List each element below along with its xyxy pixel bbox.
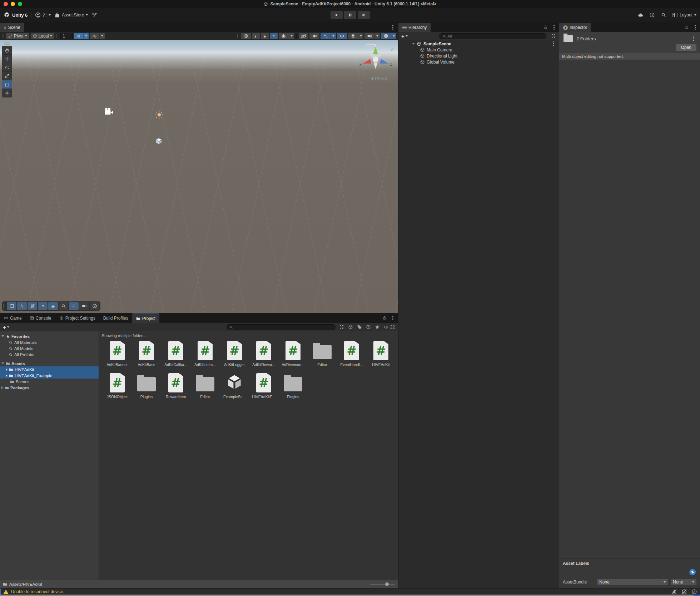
caret-down-icon[interactable] [1, 335, 4, 337]
toolbar-drag-handle[interactable] [56, 34, 58, 38]
asset-item[interactable]: HIVEAdKit [366, 340, 396, 367]
add-label-button[interactable] [689, 569, 696, 575]
toolbar-drag-handle[interactable] [237, 34, 239, 38]
debug-draw-button[interactable] [279, 33, 289, 39]
label-filter-icon[interactable] [357, 325, 362, 330]
minimize-window-button[interactable] [11, 2, 15, 6]
asset-item[interactable]: AdKitCallba... [161, 340, 190, 367]
audio-mute-toggle[interactable] [309, 33, 319, 39]
header-menu-icon[interactable] [693, 38, 694, 39]
view-hand-tool[interactable] [2, 46, 12, 55]
snap-settings-toggle[interactable]: ◈ [48, 302, 58, 310]
scene-menu-icon[interactable] [553, 43, 554, 44]
global-volume-gizmo-icon[interactable] [155, 137, 163, 145]
version-control-icon[interactable] [91, 12, 97, 18]
asset-item[interactable]: AdRevenue... [278, 340, 308, 367]
create-asset-button[interactable]: + [3, 324, 9, 330]
orientation-dropdown[interactable]: Local [31, 33, 55, 39]
code-coverage-status-icon[interactable] [691, 589, 697, 595]
project-pane-menu-icon[interactable] [392, 317, 393, 319]
folder-scenes[interactable]: Scenes [0, 379, 99, 385]
asset-item[interactable]: AdKitInters... [190, 340, 220, 367]
cloud-services-icon[interactable] [638, 12, 644, 18]
object-directional-light[interactable]: Directional Light [398, 53, 559, 59]
rect-transform-tool[interactable] [2, 80, 12, 89]
assetbundle-variant-dropdown[interactable]: None [671, 579, 696, 585]
undo-history-icon[interactable] [649, 12, 655, 18]
asset-item[interactable]: Editor [190, 372, 220, 399]
overlay-drag-handle[interactable] [3, 304, 5, 309]
maximize-window-button[interactable] [18, 2, 22, 6]
pivot-mode-dropdown[interactable]: Pivot [6, 33, 29, 39]
package-visibility-icon[interactable] [348, 325, 353, 330]
gizmos-dropdown[interactable] [391, 33, 396, 39]
tab-inspector[interactable]: i Inspector [559, 23, 591, 32]
directional-light-gizmo-icon[interactable] [154, 110, 164, 120]
tab-project-settings[interactable]: Project Settings [55, 314, 99, 323]
lock-icon[interactable] [543, 25, 548, 29]
asset-item[interactable]: AdKitLogger [220, 340, 249, 367]
breadcrumb[interactable]: Assets/HIVEAdKit [9, 582, 42, 586]
project-asset-grid[interactable]: Showing multiple folders... AdKitBanner … [99, 331, 398, 580]
orientation-gizmo[interactable]: y x z [358, 43, 393, 77]
thumbnail-zoom-slider[interactable] [370, 584, 395, 585]
caret-right-icon[interactable] [1, 386, 3, 389]
play-button[interactable] [331, 11, 343, 19]
effects-toggle[interactable] [321, 33, 331, 39]
tab-scene[interactable]: Scene [0, 23, 24, 32]
scene-row-sample-scene[interactable]: SampleScene [398, 41, 559, 47]
tool-settings-toggle[interactable] [17, 302, 27, 310]
layout-dropdown[interactable]: Layout [672, 12, 696, 18]
create-object-button[interactable]: + [401, 33, 408, 39]
scale-tool[interactable] [2, 72, 12, 80]
open-button[interactable]: Open [676, 44, 696, 51]
tab-project[interactable]: Project [132, 314, 159, 323]
folder-hiveadkit-example[interactable]: HIVEAdKit_Example [0, 372, 99, 379]
assets-root[interactable]: Assets [0, 360, 99, 366]
grid-visibility-toggle[interactable] [28, 302, 37, 310]
asset-item[interactable]: AdKitBanner [103, 340, 132, 367]
asset-item[interactable]: ExampleSc... [220, 372, 249, 399]
tab-build-profiles[interactable]: Build Profiles [99, 314, 132, 323]
object-main-camera[interactable]: Main Camera [398, 47, 559, 53]
asset-item[interactable]: EventHandl... [337, 340, 366, 367]
lighting-toggle[interactable]: ● [261, 33, 269, 39]
asset-item[interactable]: HIVEAdKitE... [249, 372, 278, 399]
toolbar-drag-handle[interactable] [2, 34, 4, 38]
lock-icon[interactable] [685, 25, 689, 29]
asset-item[interactable]: Editor [308, 340, 337, 367]
scene-pane-menu-icon[interactable] [392, 27, 393, 28]
asset-item[interactable]: Plugins [278, 372, 308, 399]
object-global-volume[interactable]: Global Volume [398, 59, 559, 65]
layers-button[interactable] [348, 33, 358, 39]
effects-dropdown[interactable] [331, 33, 336, 39]
tab-game[interactable]: Game [0, 314, 26, 323]
picker-icon[interactable] [551, 34, 556, 39]
favorite-all-models[interactable]: All Models [0, 345, 99, 351]
shaded-wireframe-button[interactable]: ◐ [252, 33, 260, 39]
inspector-menu-icon[interactable] [695, 27, 696, 28]
asset-store-menu[interactable]: Asset Store [54, 12, 88, 18]
camera-view-dropdown[interactable] [374, 33, 380, 39]
search-overlay-toggle[interactable] [59, 302, 68, 310]
search-icon[interactable] [661, 12, 666, 18]
caret-down-icon[interactable] [412, 43, 415, 45]
favorites-root[interactable]: Favorites [0, 333, 99, 339]
pause-button[interactable] [344, 11, 356, 19]
shading-mode-button[interactable] [241, 33, 251, 39]
hierarchy-search-input[interactable] [447, 34, 543, 38]
asset-item[interactable]: Plugins [132, 372, 161, 399]
rotate-tool[interactable] [2, 63, 12, 72]
favorite-all-materials[interactable]: All Materials [0, 339, 99, 345]
asset-item[interactable]: RewardItem [161, 372, 190, 399]
status-warning[interactable]: Unable to reconnect device. [3, 589, 64, 594]
cache-server-disabled-icon[interactable] [681, 589, 687, 595]
projection-switch[interactable]: Persp [371, 76, 387, 81]
lock-icon[interactable] [382, 316, 387, 320]
hierarchy-menu-icon[interactable] [553, 27, 555, 28]
snap-increment-toggle[interactable] [90, 33, 99, 39]
gizmos-toggle[interactable] [381, 33, 391, 39]
grid-snapping-toggle[interactable] [74, 33, 83, 39]
camera-gizmo-icon[interactable] [104, 107, 113, 116]
camera-view-button[interactable] [364, 33, 374, 39]
